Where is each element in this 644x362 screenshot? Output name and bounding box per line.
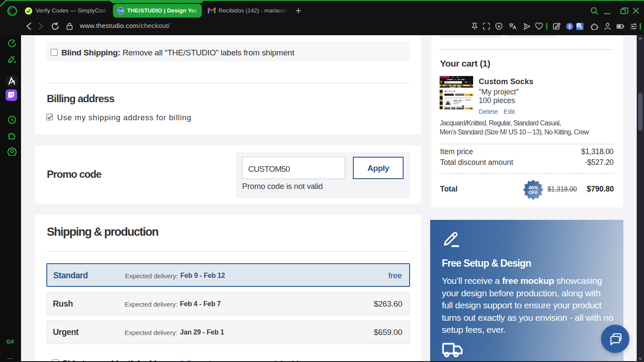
svg-text:T/S: T/S	[118, 9, 123, 13]
svg-text:OFF: OFF	[529, 190, 538, 195]
svg-text:文: 文	[580, 26, 583, 30]
svg-text:40%: 40%	[529, 185, 538, 190]
